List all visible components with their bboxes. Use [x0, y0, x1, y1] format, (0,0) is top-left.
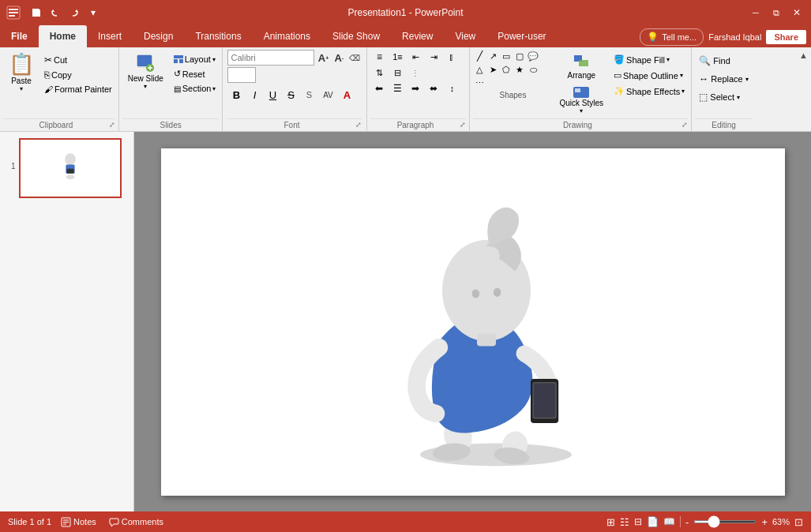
- tab-review[interactable]: Review: [391, 25, 444, 47]
- align-center-button[interactable]: ☰: [389, 81, 406, 96]
- share-button[interactable]: Share: [766, 30, 806, 44]
- shape-line[interactable]: ╱: [473, 50, 486, 62]
- cut-button[interactable]: ✂ Cut: [41, 53, 115, 67]
- zoom-percent: 63%: [772, 517, 790, 526]
- customize-button[interactable]: ▾: [85, 5, 101, 21]
- undo-button[interactable]: [47, 5, 63, 21]
- slide-canvas[interactable]: [161, 148, 785, 496]
- bold-button[interactable]: B: [227, 86, 245, 103]
- tab-file[interactable]: File: [0, 25, 39, 47]
- paste-button[interactable]: 📋 Paste ▾: [3, 50, 39, 95]
- reading-view-button[interactable]: 📖: [663, 516, 675, 527]
- shape-fill-button[interactable]: 🪣 Shape Fill ▾: [610, 53, 688, 66]
- slide-sorter-button[interactable]: ⊟: [634, 516, 642, 527]
- find-button[interactable]: 🔍 Find: [695, 53, 752, 69]
- shape-star[interactable]: ★: [513, 63, 526, 76]
- svg-point-27: [471, 289, 479, 298]
- decrease-font-button[interactable]: A-: [332, 51, 346, 65]
- replace-button[interactable]: ↔ Replace ▾: [695, 71, 752, 87]
- zoom-out-button[interactable]: -: [685, 516, 689, 528]
- canvas-area: [134, 132, 811, 511]
- font-color-button[interactable]: A: [338, 86, 355, 103]
- tab-home[interactable]: Home: [39, 25, 87, 47]
- outline-view-button[interactable]: ☷: [620, 516, 629, 528]
- shape-outline-button[interactable]: ▭ Shape Outline ▾: [610, 69, 688, 82]
- slide-thumbnail[interactable]: [19, 138, 122, 198]
- redo-button[interactable]: [66, 5, 82, 21]
- font-size-input[interactable]: [227, 67, 256, 83]
- slides-group: New Slide ▾ Layout ▾ ↺ Reset ▤ S: [119, 47, 223, 131]
- shape-rounded-rect[interactable]: ▢: [513, 50, 526, 62]
- slides-group-label: Slides: [122, 118, 220, 131]
- zoom-in-button[interactable]: +: [761, 516, 768, 528]
- tab-insert[interactable]: Insert: [87, 25, 133, 47]
- shape-oval[interactable]: ⬭: [527, 63, 539, 76]
- tab-transitions[interactable]: Transitions: [184, 25, 252, 47]
- minimize-button[interactable]: ─: [746, 5, 765, 21]
- select-button[interactable]: ⬚ Select ▾: [695, 89, 752, 105]
- clear-format-button[interactable]: ⌫: [347, 51, 362, 65]
- shape-arrow-right[interactable]: ➤: [486, 63, 499, 76]
- shape-rect[interactable]: ▭: [500, 50, 513, 62]
- italic-button[interactable]: I: [246, 86, 263, 103]
- comments-button[interactable]: Comments: [106, 516, 167, 528]
- justify-button[interactable]: ⬌: [425, 81, 442, 96]
- quick-styles-button[interactable]: Quick Styles ▾: [555, 84, 607, 117]
- tab-animations[interactable]: Animations: [253, 25, 321, 47]
- tab-slideshow[interactable]: Slide Show: [321, 25, 391, 47]
- line-spacing-button[interactable]: ↕: [443, 81, 460, 96]
- strikethrough-button[interactable]: S: [282, 86, 299, 103]
- section-button[interactable]: ▤ Section ▾: [171, 82, 220, 95]
- shape-pentagon[interactable]: ⬠: [500, 63, 513, 76]
- restore-button[interactable]: ⧉: [767, 5, 786, 21]
- copy-button[interactable]: ⎘ Copy: [41, 68, 115, 82]
- character-illustration: [319, 156, 635, 488]
- shape-triangle[interactable]: △: [473, 63, 486, 76]
- slide-panel: 1: [0, 132, 134, 511]
- char-spacing-button[interactable]: AV: [318, 86, 337, 103]
- reset-button[interactable]: ↺ Reset: [171, 67, 220, 81]
- increase-indent-button[interactable]: ⇥: [425, 50, 442, 64]
- slide-count: Slide 1 of 1: [8, 517, 51, 526]
- font-name-input[interactable]: [227, 50, 314, 66]
- smartart-button[interactable]: ⋮: [407, 66, 424, 80]
- align-right-button[interactable]: ➡: [407, 81, 424, 96]
- svg-point-16: [65, 153, 76, 165]
- tab-design[interactable]: Design: [133, 25, 184, 47]
- layout-button[interactable]: Layout ▾: [171, 53, 220, 66]
- notes-page-button[interactable]: 📄: [647, 516, 659, 527]
- notes-view-button[interactable]: Notes: [58, 516, 99, 528]
- align-left-button[interactable]: ⬅: [370, 81, 388, 96]
- tab-poweruser[interactable]: Power-user: [486, 25, 557, 47]
- decrease-indent-button[interactable]: ⇤: [407, 50, 424, 64]
- normal-view-button[interactable]: ⊞: [606, 516, 615, 528]
- zoom-slider[interactable]: [693, 520, 757, 523]
- slide-number: 1: [11, 162, 16, 170]
- numbering-button[interactable]: 1≡: [389, 50, 406, 64]
- statusbar: Slide 1 of 1 Notes Comments ⊞ ☷ ⊟ 📄 📖 - …: [0, 511, 811, 532]
- columns-button[interactable]: ⫿: [443, 50, 460, 64]
- text-shadow-button[interactable]: S: [300, 86, 317, 103]
- text-direction-button[interactable]: ⇅: [370, 66, 388, 80]
- svg-point-18: [66, 174, 74, 179]
- save-button[interactable]: [28, 5, 44, 21]
- shape-connector[interactable]: ↗: [486, 50, 499, 62]
- shape-more[interactable]: ⋯: [473, 77, 486, 89]
- tell-me-box[interactable]: 💡 Tell me...: [640, 28, 704, 46]
- shape-effects-button[interactable]: ✨ Shape Effects ▾: [610, 84, 688, 98]
- arrange-button[interactable]: Arrange: [555, 51, 607, 82]
- increase-font-button[interactable]: A+: [316, 51, 330, 65]
- align-text-button[interactable]: ⊟: [389, 66, 406, 80]
- close-button[interactable]: ✕: [787, 5, 806, 21]
- svg-rect-13: [579, 60, 588, 66]
- shape-callout[interactable]: 💬: [527, 50, 539, 62]
- new-slide-button[interactable]: New Slide ▾: [122, 50, 169, 92]
- tab-view[interactable]: View: [444, 25, 486, 47]
- svg-rect-10: [174, 59, 178, 63]
- collapse-ribbon-button[interactable]: ▲: [796, 47, 811, 63]
- bullets-button[interactable]: ≡: [370, 50, 388, 64]
- underline-button[interactable]: U: [264, 86, 281, 103]
- fit-to-window-button[interactable]: ⊡: [794, 516, 803, 528]
- format-painter-button[interactable]: 🖌 Format Painter: [41, 83, 115, 96]
- window-title: Presentation1 - PowerPoint: [347, 7, 463, 18]
